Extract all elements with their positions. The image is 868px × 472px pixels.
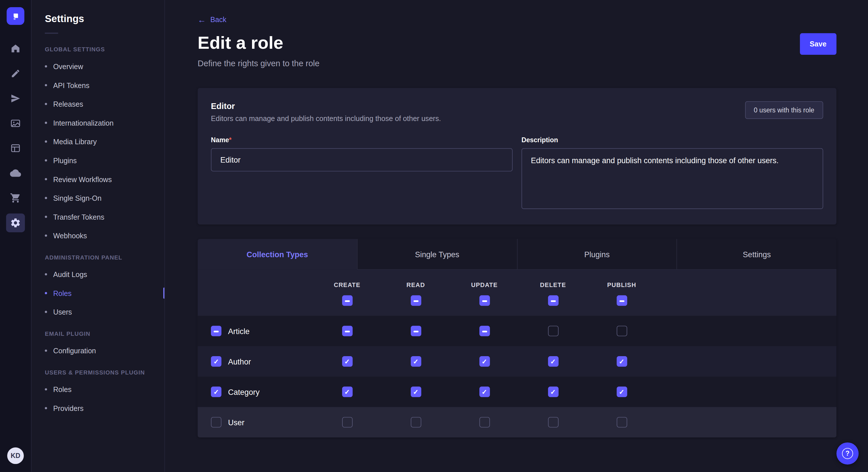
bullet-icon bbox=[45, 292, 47, 294]
select-all-update-checkbox[interactable] bbox=[479, 295, 490, 306]
gear-icon[interactable] bbox=[6, 213, 25, 232]
paper-plane-icon[interactable] bbox=[6, 89, 25, 108]
cloud-icon[interactable] bbox=[6, 164, 25, 183]
name-input[interactable] bbox=[211, 148, 513, 171]
sidebar-item-up-roles[interactable]: Roles bbox=[32, 380, 164, 399]
question-mark-icon: ? bbox=[842, 448, 853, 459]
checkbox-delete[interactable] bbox=[548, 356, 558, 367]
checkbox-read[interactable] bbox=[410, 417, 421, 428]
pen-icon[interactable] bbox=[6, 64, 25, 83]
bullet-icon bbox=[45, 388, 47, 391]
tab-collection-types[interactable]: Collection Types bbox=[198, 239, 358, 270]
help-button[interactable]: ? bbox=[836, 442, 859, 465]
required-asterisk: * bbox=[229, 136, 231, 144]
icon-rail: KD bbox=[0, 0, 32, 472]
select-all-delete-checkbox[interactable] bbox=[548, 295, 558, 306]
permissions-card: Collection Types Single Types Plugins Se… bbox=[198, 239, 837, 437]
sidebar-item-plugins[interactable]: Plugins bbox=[32, 151, 164, 170]
bullet-icon bbox=[45, 140, 47, 143]
row-select-checkbox[interactable] bbox=[211, 386, 222, 397]
checkbox-delete[interactable] bbox=[548, 386, 558, 397]
user-avatar[interactable]: KD bbox=[7, 447, 24, 464]
checkbox-update[interactable] bbox=[479, 386, 490, 397]
permission-row-article: Article bbox=[198, 316, 837, 346]
row-label[interactable]: Author bbox=[228, 357, 251, 366]
sidebar-item-review-workflows[interactable]: Review Workflows bbox=[32, 170, 164, 189]
save-button[interactable]: Save bbox=[800, 33, 836, 55]
sidebar-item-label: Internationalization bbox=[53, 119, 113, 127]
select-all-read-checkbox[interactable] bbox=[410, 295, 421, 306]
tab-single-types[interactable]: Single Types bbox=[358, 239, 517, 270]
sidebar-item-configuration[interactable]: Configuration bbox=[32, 341, 164, 360]
row-label[interactable]: Article bbox=[228, 327, 250, 336]
home-icon[interactable] bbox=[6, 39, 25, 58]
sidebar-item-audit-logs[interactable]: Audit Logs bbox=[32, 265, 164, 284]
back-link[interactable]: ← Back bbox=[198, 15, 226, 24]
checkbox-read[interactable] bbox=[410, 356, 421, 367]
checkbox-update[interactable] bbox=[479, 417, 490, 428]
checkbox-update[interactable] bbox=[479, 326, 490, 336]
checkbox-read[interactable] bbox=[410, 386, 421, 397]
images-icon[interactable] bbox=[6, 114, 25, 133]
description-textarea[interactable]: Editors can manage and publish contents … bbox=[522, 148, 823, 209]
permission-row-category: Category bbox=[198, 376, 837, 407]
checkbox-delete[interactable] bbox=[548, 326, 558, 336]
sidebar-item-label: Plugins bbox=[53, 156, 76, 165]
checkbox-create[interactable] bbox=[342, 356, 352, 367]
bullet-icon bbox=[45, 311, 47, 313]
checkbox-create[interactable] bbox=[342, 417, 352, 428]
row-select-checkbox[interactable] bbox=[211, 356, 222, 367]
cart-icon[interactable] bbox=[6, 189, 25, 208]
sidebar-item-transfer-tokens[interactable]: Transfer Tokens bbox=[32, 207, 164, 226]
sidebar-item-label: Media Library bbox=[53, 137, 97, 146]
sidebar-item-users[interactable]: Users bbox=[32, 303, 164, 322]
bullet-icon bbox=[45, 216, 47, 218]
checkbox-publish[interactable] bbox=[616, 386, 627, 397]
checkbox-delete[interactable] bbox=[548, 417, 558, 428]
column-header-delete: DELETE bbox=[540, 281, 566, 288]
strapi-logo[interactable] bbox=[7, 7, 24, 25]
row-label[interactable]: Category bbox=[228, 387, 260, 396]
checkbox-publish[interactable] bbox=[616, 356, 627, 367]
checkbox-create[interactable] bbox=[342, 326, 352, 336]
permissions-header-row: CREATE READ UPDATE DELETE PUBLISH bbox=[198, 270, 837, 316]
sidebar-item-overview[interactable]: Overview bbox=[32, 57, 164, 76]
sidebar-item-label: API Tokens bbox=[53, 81, 89, 90]
back-label: Back bbox=[210, 15, 226, 24]
bullet-icon bbox=[45, 235, 47, 237]
sidebar-item-api-tokens[interactable]: API Tokens bbox=[32, 76, 164, 95]
column-header-read: READ bbox=[406, 281, 425, 288]
bullet-icon bbox=[45, 273, 47, 276]
sidebar-item-providers[interactable]: Providers bbox=[32, 399, 164, 418]
strapi-logo-glyph bbox=[11, 11, 21, 21]
sidebar-item-single-sign-on[interactable]: Single Sign-On bbox=[32, 189, 164, 208]
bullet-icon bbox=[45, 197, 47, 199]
sidebar-item-roles[interactable]: Roles bbox=[32, 283, 164, 303]
section-users-permissions-plugin: USERS & PERMISSIONS PLUGIN bbox=[32, 360, 164, 380]
row-select-checkbox[interactable] bbox=[211, 417, 222, 428]
bullet-icon bbox=[45, 349, 47, 352]
sidebar-item-media-library[interactable]: Media Library bbox=[32, 132, 164, 151]
role-details-card: Editor Editors can manage and publish co… bbox=[198, 88, 837, 225]
checkbox-publish[interactable] bbox=[616, 417, 627, 428]
bullet-icon bbox=[45, 159, 47, 162]
sidebar-item-label: Review Workflows bbox=[53, 175, 112, 183]
users-with-role-badge[interactable]: 0 users with this role bbox=[745, 101, 823, 119]
checkbox-create[interactable] bbox=[342, 386, 352, 397]
checkbox-read[interactable] bbox=[410, 326, 421, 336]
select-all-publish-checkbox[interactable] bbox=[616, 295, 627, 306]
strapi-admin-app: KD Settings GLOBAL SETTINGS Overview API… bbox=[0, 0, 868, 472]
page-subtitle: Define the rights given to the role bbox=[198, 59, 837, 68]
layout-icon[interactable] bbox=[6, 139, 25, 158]
select-all-create-checkbox[interactable] bbox=[342, 295, 352, 306]
tab-plugins[interactable]: Plugins bbox=[517, 239, 677, 270]
tab-settings[interactable]: Settings bbox=[677, 239, 836, 270]
sidebar-item-webhooks[interactable]: Webhooks bbox=[32, 226, 164, 245]
checkbox-update[interactable] bbox=[479, 356, 490, 367]
row-select-checkbox[interactable] bbox=[211, 326, 222, 336]
sidebar-item-internationalization[interactable]: Internationalization bbox=[32, 113, 164, 132]
checkbox-publish[interactable] bbox=[616, 326, 627, 336]
sidebar-item-releases[interactable]: Releases bbox=[32, 95, 164, 113]
permission-row-author: Author bbox=[198, 346, 837, 376]
row-label[interactable]: User bbox=[228, 418, 245, 427]
